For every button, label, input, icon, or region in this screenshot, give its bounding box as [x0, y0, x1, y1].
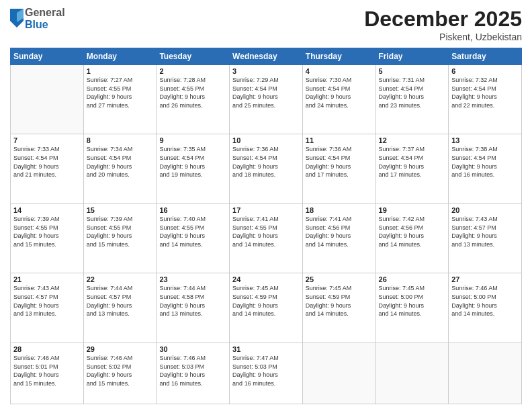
day-detail: Sunrise: 7:45 AM Sunset: 5:00 PM Dayligh… — [379, 284, 446, 318]
col-monday: Monday — [83, 48, 157, 65]
day-detail: Sunrise: 7:46 AM Sunset: 5:03 PM Dayligh… — [159, 354, 226, 387]
day-number: 17 — [232, 206, 300, 214]
calendar-cell: 20Sunrise: 7:43 AM Sunset: 4:57 PM Dayli… — [449, 203, 522, 273]
col-thursday: Thursday — [302, 48, 375, 65]
title-block: December 2025 Piskent, Uzbekistan — [364, 7, 522, 42]
calendar-cell: 6Sunrise: 7:32 AM Sunset: 4:54 PM Daylig… — [449, 65, 522, 134]
col-tuesday: Tuesday — [157, 48, 230, 65]
day-number: 25 — [306, 275, 373, 283]
day-number: 12 — [379, 136, 446, 144]
week-row-1: 1Sunrise: 7:27 AM Sunset: 4:55 PM Daylig… — [11, 65, 522, 134]
day-number: 22 — [87, 275, 154, 283]
day-number: 9 — [159, 136, 226, 144]
page-title: December 2025 — [364, 7, 522, 32]
calendar-cell: 2Sunrise: 7:28 AM Sunset: 4:55 PM Daylig… — [157, 65, 230, 134]
day-detail: Sunrise: 7:27 AM Sunset: 4:55 PM Dayligh… — [87, 76, 154, 109]
day-number: 18 — [306, 206, 373, 214]
day-detail: Sunrise: 7:47 AM Sunset: 5:03 PM Dayligh… — [232, 354, 300, 387]
day-detail: Sunrise: 7:39 AM Sunset: 4:55 PM Dayligh… — [87, 215, 154, 248]
day-detail: Sunrise: 7:30 AM Sunset: 4:54 PM Dayligh… — [306, 76, 373, 109]
week-row-2: 7Sunrise: 7:33 AM Sunset: 4:54 PM Daylig… — [11, 134, 522, 203]
calendar-cell: 29Sunrise: 7:46 AM Sunset: 5:02 PM Dayli… — [83, 342, 157, 404]
day-number: 30 — [159, 345, 226, 353]
calendar-cell — [449, 342, 522, 404]
day-detail: Sunrise: 7:35 AM Sunset: 4:54 PM Dayligh… — [159, 145, 226, 179]
calendar-cell: 30Sunrise: 7:46 AM Sunset: 5:03 PM Dayli… — [157, 342, 230, 404]
day-number: 28 — [13, 345, 81, 353]
day-detail: Sunrise: 7:36 AM Sunset: 4:54 PM Dayligh… — [306, 145, 373, 179]
calendar-cell: 19Sunrise: 7:42 AM Sunset: 4:56 PM Dayli… — [375, 203, 449, 273]
day-detail: Sunrise: 7:40 AM Sunset: 4:55 PM Dayligh… — [159, 215, 226, 248]
day-number: 21 — [13, 275, 81, 283]
day-number: 14 — [13, 206, 81, 214]
day-detail: Sunrise: 7:45 AM Sunset: 4:59 PM Dayligh… — [306, 284, 373, 318]
day-detail: Sunrise: 7:46 AM Sunset: 5:00 PM Dayligh… — [451, 284, 519, 318]
calendar-header: Sunday Monday Tuesday Wednesday Thursday… — [11, 48, 522, 65]
week-row-3: 14Sunrise: 7:39 AM Sunset: 4:55 PM Dayli… — [11, 203, 522, 273]
day-detail: Sunrise: 7:31 AM Sunset: 4:54 PM Dayligh… — [379, 76, 446, 109]
calendar-cell: 3Sunrise: 7:29 AM Sunset: 4:54 PM Daylig… — [230, 65, 303, 134]
day-number: 16 — [159, 206, 226, 214]
day-number: 23 — [159, 275, 226, 283]
day-number: 20 — [451, 206, 519, 214]
day-detail: Sunrise: 7:37 AM Sunset: 4:54 PM Dayligh… — [379, 145, 446, 179]
day-detail: Sunrise: 7:42 AM Sunset: 4:56 PM Dayligh… — [379, 215, 446, 248]
calendar-cell: 23Sunrise: 7:44 AM Sunset: 4:58 PM Dayli… — [157, 273, 230, 342]
day-number: 2 — [159, 67, 226, 75]
day-detail: Sunrise: 7:46 AM Sunset: 5:01 PM Dayligh… — [13, 354, 81, 387]
calendar-cell: 17Sunrise: 7:41 AM Sunset: 4:55 PM Dayli… — [230, 203, 303, 273]
day-number: 10 — [232, 136, 300, 144]
week-row-4: 21Sunrise: 7:43 AM Sunset: 4:57 PM Dayli… — [11, 273, 522, 342]
calendar-cell: 1Sunrise: 7:27 AM Sunset: 4:55 PM Daylig… — [83, 65, 157, 134]
day-detail: Sunrise: 7:32 AM Sunset: 4:54 PM Dayligh… — [451, 76, 519, 109]
day-number: 15 — [87, 206, 154, 214]
calendar-cell: 21Sunrise: 7:43 AM Sunset: 4:57 PM Dayli… — [11, 273, 84, 342]
calendar-cell: 7Sunrise: 7:33 AM Sunset: 4:54 PM Daylig… — [11, 134, 84, 203]
day-detail: Sunrise: 7:43 AM Sunset: 4:57 PM Dayligh… — [451, 215, 519, 248]
day-number: 19 — [379, 206, 446, 214]
calendar-cell: 13Sunrise: 7:38 AM Sunset: 4:54 PM Dayli… — [449, 134, 522, 203]
calendar-cell: 15Sunrise: 7:39 AM Sunset: 4:55 PM Dayli… — [83, 203, 157, 273]
calendar-cell: 31Sunrise: 7:47 AM Sunset: 5:03 PM Dayli… — [230, 342, 303, 404]
day-number: 1 — [87, 67, 154, 75]
calendar-cell: 5Sunrise: 7:31 AM Sunset: 4:54 PM Daylig… — [375, 65, 449, 134]
day-number: 24 — [232, 275, 300, 283]
day-detail: Sunrise: 7:44 AM Sunset: 4:58 PM Dayligh… — [159, 284, 226, 318]
day-detail: Sunrise: 7:33 AM Sunset: 4:54 PM Dayligh… — [13, 145, 81, 179]
calendar-cell: 11Sunrise: 7:36 AM Sunset: 4:54 PM Dayli… — [302, 134, 375, 203]
day-number: 7 — [13, 136, 81, 144]
day-detail: Sunrise: 7:29 AM Sunset: 4:54 PM Dayligh… — [232, 76, 300, 109]
calendar-cell: 14Sunrise: 7:39 AM Sunset: 4:55 PM Dayli… — [11, 203, 84, 273]
day-detail: Sunrise: 7:34 AM Sunset: 4:54 PM Dayligh… — [87, 145, 154, 179]
col-wednesday: Wednesday — [230, 48, 303, 65]
day-number: 3 — [232, 67, 300, 75]
day-number: 13 — [451, 136, 519, 144]
calendar-cell: 26Sunrise: 7:45 AM Sunset: 5:00 PM Dayli… — [375, 273, 449, 342]
logo: General Blue — [10, 7, 65, 30]
calendar-cell: 24Sunrise: 7:45 AM Sunset: 4:59 PM Dayli… — [230, 273, 303, 342]
calendar-cell: 27Sunrise: 7:46 AM Sunset: 5:00 PM Dayli… — [449, 273, 522, 342]
header-row: Sunday Monday Tuesday Wednesday Thursday… — [11, 48, 522, 65]
calendar-cell: 8Sunrise: 7:34 AM Sunset: 4:54 PM Daylig… — [83, 134, 157, 203]
day-detail: Sunrise: 7:39 AM Sunset: 4:55 PM Dayligh… — [13, 215, 81, 248]
day-detail: Sunrise: 7:45 AM Sunset: 4:59 PM Dayligh… — [232, 284, 300, 318]
logo-icon — [10, 9, 24, 28]
calendar-cell: 25Sunrise: 7:45 AM Sunset: 4:59 PM Dayli… — [302, 273, 375, 342]
day-detail: Sunrise: 7:41 AM Sunset: 4:55 PM Dayligh… — [232, 215, 300, 248]
calendar-cell: 12Sunrise: 7:37 AM Sunset: 4:54 PM Dayli… — [375, 134, 449, 203]
day-number: 4 — [306, 67, 373, 75]
col-sunday: Sunday — [11, 48, 84, 65]
calendar-cell — [375, 342, 449, 404]
calendar: Sunday Monday Tuesday Wednesday Thursday… — [10, 48, 522, 404]
day-number: 29 — [87, 345, 154, 353]
day-detail: Sunrise: 7:28 AM Sunset: 4:55 PM Dayligh… — [159, 76, 226, 109]
calendar-cell: 18Sunrise: 7:41 AM Sunset: 4:56 PM Dayli… — [302, 203, 375, 273]
calendar-cell: 9Sunrise: 7:35 AM Sunset: 4:54 PM Daylig… — [157, 134, 230, 203]
logo-blue: Blue — [25, 19, 65, 31]
calendar-cell: 22Sunrise: 7:44 AM Sunset: 4:57 PM Dayli… — [83, 273, 157, 342]
day-detail: Sunrise: 7:44 AM Sunset: 4:57 PM Dayligh… — [87, 284, 154, 318]
page-subtitle: Piskent, Uzbekistan — [364, 32, 522, 42]
day-number: 5 — [379, 67, 446, 75]
day-detail: Sunrise: 7:41 AM Sunset: 4:56 PM Dayligh… — [306, 215, 373, 248]
col-friday: Friday — [375, 48, 449, 65]
